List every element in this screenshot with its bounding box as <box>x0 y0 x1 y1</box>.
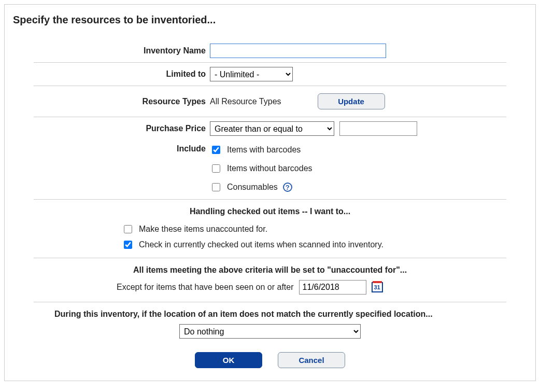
checkbox-items-with-barcodes[interactable] <box>212 146 220 154</box>
label-resource-types: Resource Types <box>34 97 210 106</box>
label-consumables: Consumables <box>227 183 278 192</box>
checkbox-checkin-on-scan[interactable] <box>124 241 132 249</box>
calendar-icon[interactable]: 31 <box>372 282 383 292</box>
checkbox-items-without-barcodes[interactable] <box>212 164 220 173</box>
unaccounted-heading: All items meeting the above criteria wil… <box>34 265 506 275</box>
label-checkin-on-scan: Check in currently checked out items whe… <box>139 240 383 249</box>
help-icon[interactable]: ? <box>283 183 292 192</box>
checkbox-make-unaccounted[interactable] <box>124 225 132 233</box>
limited-to-select[interactable]: - Unlimited - <box>210 67 293 81</box>
label-inventory-name: Inventory Name <box>34 46 210 55</box>
purchase-price-input[interactable] <box>339 121 417 136</box>
update-button[interactable]: Update <box>318 93 385 109</box>
cancel-button[interactable]: Cancel <box>278 352 345 368</box>
label-include: Include <box>34 142 210 153</box>
location-mismatch-select[interactable]: Do nothing <box>179 324 361 339</box>
purchase-price-operator-select[interactable]: Greater than or equal to <box>210 121 334 136</box>
page-title: Specify the resources to be inventoried.… <box>13 14 527 26</box>
form-area: Inventory Name Limited to - Unlimited - … <box>34 40 506 368</box>
handling-heading: Handling checked out items -- I want to.… <box>34 207 506 216</box>
seen-on-after-date-input[interactable] <box>299 280 366 295</box>
label-items-without-barcodes: Items without barcodes <box>227 164 312 173</box>
label-purchase-price: Purchase Price <box>34 124 210 133</box>
ok-button[interactable]: OK <box>195 352 262 368</box>
label-items-with-barcodes: Items with barcodes <box>227 145 301 155</box>
resource-types-value: All Resource Types <box>210 97 281 106</box>
location-heading: During this inventory, if the location o… <box>34 310 506 319</box>
inventory-name-input[interactable] <box>210 44 386 58</box>
label-limited-to: Limited to <box>34 69 210 79</box>
checkbox-consumables[interactable] <box>212 183 220 191</box>
inventory-setup-panel: Specify the resources to be inventoried.… <box>4 4 536 381</box>
label-make-unaccounted: Make these items unaccounted for. <box>139 225 267 234</box>
except-label: Except for items that have been seen on … <box>117 283 294 292</box>
